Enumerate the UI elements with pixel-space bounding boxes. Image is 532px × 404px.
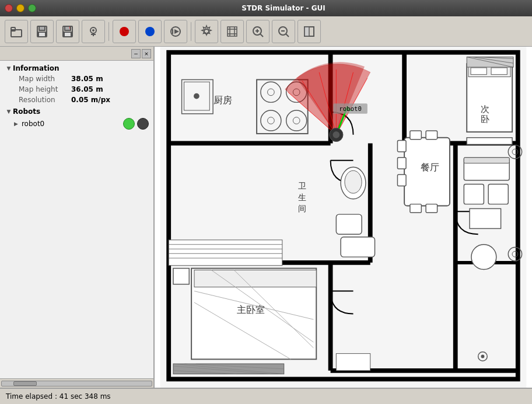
svg-text:厨房: 厨房 [214,95,232,105]
svg-rect-84 [173,269,189,284]
svg-rect-79 [194,270,316,287]
svg-rect-96 [464,184,484,204]
map-height-value: 36.05 m [71,85,103,93]
step-button[interactable] [164,20,187,43]
svg-text:间: 间 [298,204,306,213]
resolution-label: Resolution [19,96,71,104]
svg-rect-87 [471,68,487,75]
window-toggle-button[interactable] [298,20,321,43]
svg-rect-68 [397,175,406,186]
robot-button[interactable] [82,20,105,43]
window-title: STDR Simulator - GUI [40,4,527,12]
grid-button[interactable] [220,20,244,43]
panel-header: − × [0,47,153,61]
svg-rect-89 [467,138,512,145]
svg-text:卧: 卧 [481,114,489,124]
zoom-in-button[interactable] [246,20,270,43]
svg-rect-32 [304,27,309,36]
svg-text:主卧室: 主卧室 [237,305,265,315]
robots-toggle-icon: ▼ [5,107,13,116]
svg-rect-67 [397,158,406,169]
panel-close-button[interactable]: × [142,49,151,58]
svg-rect-62 [410,131,421,140]
info-toggle-icon: ▼ [5,64,13,72]
svg-rect-66 [397,141,406,152]
robot0-name: robot0 [22,120,121,128]
svg-rect-73 [169,240,282,266]
svg-rect-71 [336,214,362,234]
svg-rect-72 [341,237,374,257]
info-section: ▼ Information Map width 38.05 m Map heig… [2,63,151,105]
robots-section-header[interactable]: ▼ Robots [2,106,151,117]
robot0-enable-button[interactable] [123,118,135,130]
floorplan-svg: 厨房 餐厅 卫 生 间 主卧室 次 卧 [155,47,532,388]
svg-rect-63 [426,131,437,140]
map-height-row: Map height 36.05 m [2,84,151,95]
close-button[interactable]: × [5,4,13,12]
svg-rect-98 [470,208,501,228]
svg-line-25 [260,34,263,37]
svg-point-10 [92,29,94,32]
resolution-row: Resolution 0.05 m/px [2,95,151,105]
svg-rect-95 [464,158,509,163]
svg-rect-23 [228,27,237,36]
svg-text:!: ! [69,26,70,30]
zoom-out-button[interactable] [272,20,295,43]
robot0-settings-button[interactable] [137,118,149,130]
svg-rect-65 [426,204,437,213]
map-width-value: 38.05 m [71,75,103,83]
scrollbar-thumb[interactable] [13,381,37,386]
play-button[interactable] [138,20,162,43]
svg-text:生: 生 [298,193,306,202]
svg-point-14 [145,27,155,36]
save-as-button[interactable]: ! [56,20,79,43]
map-width-row: Map width 38.05 m [2,74,151,84]
svg-text:次: 次 [481,105,489,114]
svg-point-99 [471,245,496,270]
titlebar: × − + STDR Simulator - GUI [0,0,532,16]
status-text: Time elapsed : 41 sec 348 ms [6,392,111,400]
map-width-label: Map width [19,75,71,83]
toolbar: ! [0,16,532,47]
svg-rect-3 [39,26,45,30]
info-section-header[interactable]: ▼ Information [2,63,151,74]
robot0-toggle-icon: ▶ [14,121,18,127]
left-panel: − × ▼ Information Map width 38.05 m Map … [0,47,155,388]
svg-rect-88 [491,68,507,75]
main-container: − × ▼ Information Map width 38.05 m Map … [0,47,532,388]
robots-label: Robots [13,107,40,116]
svg-text:餐厅: 餐厅 [421,162,439,172]
svg-point-130 [332,131,340,138]
svg-rect-97 [488,184,508,204]
resolution-value: 0.05 m/px [71,96,110,104]
map-height-label: Map height [19,85,71,93]
svg-point-13 [120,27,129,36]
svg-rect-4 [38,32,46,37]
tree-area: ▼ Information Map width 38.05 m Map heig… [0,61,153,378]
robot0-row: ▶ robot0 [2,117,151,131]
save-button[interactable] [30,20,54,43]
open-button[interactable] [5,20,28,43]
panel-collapse-button[interactable]: − [131,49,141,58]
svg-rect-7 [64,32,71,37]
statusbar: Time elapsed : 41 sec 348 ms [0,388,532,404]
robots-section: ▼ Robots ▶ robot0 [2,106,151,131]
map-area[interactable]: 厨房 餐厅 卫 生 间 主卧室 次 卧 [155,47,532,388]
info-label: Information [13,64,60,72]
record-button[interactable] [113,20,136,43]
svg-text:robot0: robot0 [339,105,362,113]
horizontal-scrollbar[interactable] [1,381,152,386]
settings-button[interactable] [195,20,218,43]
svg-rect-64 [410,204,421,213]
panel-scrollbar[interactable] [0,378,153,388]
svg-marker-16 [174,29,179,34]
svg-point-70 [345,170,362,193]
svg-text:卫: 卫 [298,182,306,190]
status-time: 41 sec 348 ms [60,392,111,400]
maximize-button[interactable]: + [28,4,36,12]
svg-point-106 [481,355,485,358]
svg-line-29 [286,34,289,37]
toolbar-separator-1 [108,22,109,41]
minimize-button[interactable]: − [16,4,24,12]
svg-point-60 [194,93,200,99]
